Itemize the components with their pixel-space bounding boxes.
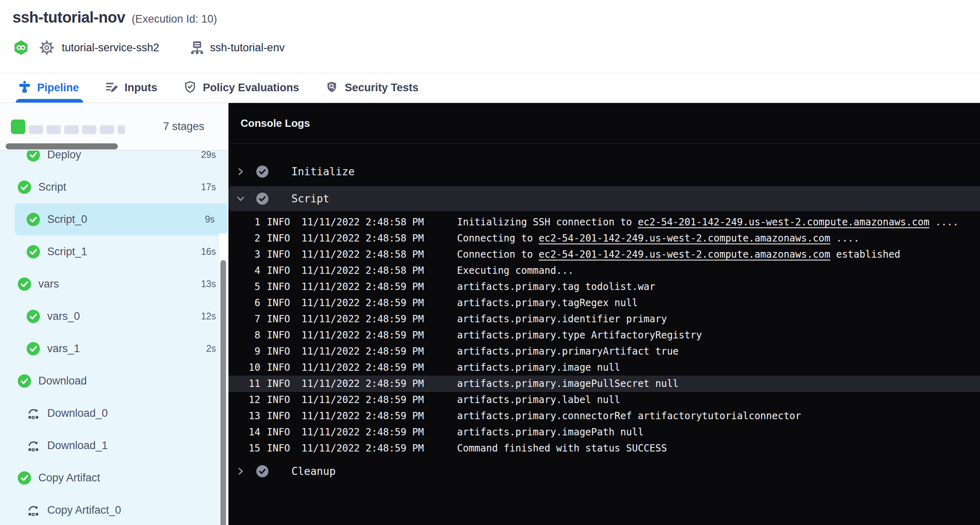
log-line-number: 10 [236, 362, 260, 373]
stage-row-download[interactable]: Download [0, 365, 228, 397]
log-timestamp: 11/11/2022 2:48:59 PM [302, 281, 424, 292]
log-message-text: artifacts.primary.type ArtifactoryRegist… [457, 330, 702, 341]
log-message-text: Initializing SSH connection to [457, 216, 638, 228]
log-level: INFO [267, 394, 290, 405]
chevron-down-icon[interactable] [236, 194, 245, 203]
stage-row-copy-artifact[interactable]: Copy Artifact [0, 462, 228, 494]
tab-security-tests[interactable]: Security Tests [325, 73, 419, 103]
stage-label: vars [38, 278, 201, 290]
log-lines: 1INFO11/11/2022 2:48:58 PMInitializing S… [228, 214, 980, 456]
log-message-text: artifacts.primary.image null [457, 362, 620, 373]
log-line-number: 3 [236, 249, 260, 260]
log-section-cleanup[interactable]: Cleanup [228, 463, 980, 479]
console-panel: Console Logs InitializeScript1INFO11/11/… [228, 103, 980, 525]
stage-row-copy-artifact-0[interactable]: Copy Artifact_0 [0, 494, 228, 525]
stage-row-download-1[interactable]: Download_1 [0, 429, 228, 462]
stage-row-vars-0[interactable]: vars_012s [0, 300, 228, 332]
section-success-icon [256, 166, 268, 178]
stage-progress-segment [29, 125, 43, 134]
rollback-steps-icon [27, 439, 40, 452]
horizontal-scrollbar-thumb[interactable] [6, 143, 118, 149]
log-timestamp: 11/11/2022 2:48:59 PM [302, 362, 424, 373]
stage-row-download-0[interactable]: Download_0 [0, 397, 228, 429]
log-line-4: 4INFO11/11/2022 2:48:58 PMExecuting comm… [228, 262, 980, 279]
stage-progress-bar [11, 120, 163, 134]
log-line-1: 1INFO11/11/2022 2:48:58 PMInitializing S… [228, 214, 980, 230]
gear-icon[interactable] [38, 39, 55, 56]
success-check-icon [18, 277, 31, 291]
success-check-icon [27, 310, 40, 323]
chevron-right-icon[interactable] [236, 467, 245, 476]
stage-label: vars_1 [47, 342, 206, 355]
log-line-10: 10INFO11/11/2022 2:48:59 PMartifacts.pri… [228, 359, 980, 376]
success-check-icon [27, 245, 40, 258]
log-timestamp: 11/11/2022 2:48:58 PM [302, 265, 424, 276]
tab-pipeline[interactable]: Pipeline [18, 73, 79, 103]
log-level: INFO [267, 362, 290, 373]
stage-row-deploy[interactable]: Deploy29s [0, 151, 228, 171]
tab-policy-evaluations[interactable]: Policy Evaluations [183, 73, 299, 103]
stage-row-vars-1[interactable]: vars_12s [0, 332, 228, 365]
success-check-icon [18, 374, 31, 388]
log-level: INFO [267, 378, 290, 389]
log-host-link[interactable]: ec2-54-201-142-249.us-west-2.compute.ama… [539, 249, 830, 260]
log-line-2: 2INFO11/11/2022 2:48:58 PMConnecting to … [228, 230, 980, 246]
security-shield-search-icon [325, 80, 339, 96]
vertical-scrollbar-thumb[interactable] [220, 260, 226, 525]
log-message: Connection to ec2-54-201-142-249.us-west… [457, 249, 900, 260]
log-message-text: Command finished with status SUCCESS [457, 443, 667, 454]
log-host-link[interactable]: ec2-54-201-142-249.us-west-2.compute.ama… [539, 233, 830, 244]
stage-duration: 16s [201, 246, 216, 257]
stage-row-script-0[interactable]: Script_09s [15, 203, 227, 235]
log-message: artifacts.primary.tagRegex null [457, 297, 638, 309]
log-message-text: Connection to [457, 249, 538, 260]
service-name[interactable]: tutorial-service-ssh2 [62, 42, 159, 54]
console-log-body: InitializeScript1INFO11/11/2022 2:48:58 … [228, 144, 980, 525]
log-timestamp: 11/11/2022 2:48:59 PM [302, 330, 424, 341]
chevron-right-icon[interactable] [236, 167, 245, 176]
service-environment-row: tutorial-service-ssh2 ssh-tutorial-env [13, 38, 980, 57]
success-check-icon [27, 213, 40, 226]
log-timestamp: 11/11/2022 2:48:58 PM [302, 249, 424, 260]
environment-icon [188, 40, 204, 56]
log-timestamp: 11/11/2022 2:48:59 PM [302, 394, 424, 405]
log-message: Executing command... [457, 265, 574, 276]
log-level: INFO [267, 426, 290, 438]
log-host-link[interactable]: ec2-54-201-142-249.us-west-2.compute.ama… [638, 216, 929, 228]
log-line-8: 8INFO11/11/2022 2:48:59 PMartifacts.prim… [228, 327, 980, 343]
log-line-number: 6 [236, 297, 260, 309]
log-level: INFO [267, 249, 290, 260]
log-line-13: 13INFO11/11/2022 2:48:59 PMartifacts.pri… [228, 408, 980, 424]
stage-duration: 9s [205, 214, 215, 225]
log-line-5: 5INFO11/11/2022 2:48:59 PMartifacts.prim… [228, 279, 980, 295]
stage-row-script-1[interactable]: Script_116s [0, 235, 228, 268]
stages-summary: 7 stages [0, 103, 228, 151]
log-line-number: 8 [236, 330, 260, 341]
log-line-11: 11INFO11/11/2022 2:48:59 PMartifacts.pri… [228, 376, 980, 392]
log-message-text: artifacts.primary.label null [457, 394, 620, 405]
content-split: 7 stages Deploy29sScript17sScript_09sScr… [0, 103, 980, 525]
log-message: artifacts.primary.label null [457, 394, 620, 405]
stage-label: Script_1 [47, 246, 201, 258]
log-message: Connecting to ec2-54-201-142-249.us-west… [457, 233, 859, 244]
execution-header: ssh-tutorial-nov (Execution Id: 10) tuto… [0, 0, 980, 73]
log-timestamp: 11/11/2022 2:48:59 PM [302, 313, 424, 325]
log-message: artifacts.primary.image null [457, 362, 620, 373]
stage-label: Download_0 [47, 407, 216, 420]
stage-duration: 17s [201, 182, 216, 193]
stage-row-script[interactable]: Script17s [0, 171, 228, 203]
stage-row-vars[interactable]: vars13s [0, 268, 228, 300]
environment-name[interactable]: ssh-tutorial-env [210, 42, 285, 54]
cd-service-icon [13, 38, 29, 57]
log-line-number: 14 [236, 426, 260, 438]
log-message: artifacts.primary.identifier primary [457, 313, 667, 325]
log-timestamp: 11/11/2022 2:48:59 PM [302, 346, 424, 357]
log-section-script[interactable]: Script [228, 186, 980, 211]
log-level: INFO [267, 297, 290, 309]
log-message-text: artifacts.primary.imagePath null [457, 426, 643, 438]
policy-shield-check-icon [183, 80, 197, 96]
tab-inputs[interactable]: Inputs [105, 73, 157, 103]
log-timestamp: 11/11/2022 2:48:59 PM [302, 426, 424, 438]
log-section-initialize[interactable]: Initialize [228, 164, 980, 180]
log-line-9: 9INFO11/11/2022 2:48:59 PMartifacts.prim… [228, 343, 980, 359]
